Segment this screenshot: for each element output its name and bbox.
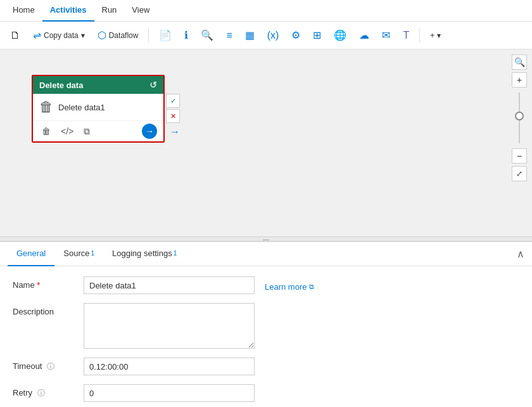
retry-info-icon: ⓘ — [37, 389, 45, 397]
activity-footer: 🗑 </> ⧉ → → — [33, 120, 163, 141]
timeout-label: Timeout ⓘ — [13, 358, 76, 372]
validate-button[interactable]: ✓ — [166, 94, 180, 108]
page-icon-btn[interactable]: 🗋 — [5, 27, 25, 44]
trash-footer-icon[interactable]: 🗑 — [39, 125, 53, 138]
page-icon: 🗋 — [10, 30, 20, 41]
external-link-icon: ⧉ — [309, 283, 314, 291]
zoom-slider-container — [519, 90, 520, 146]
tab-source-badge: 1 — [91, 250, 94, 257]
add-more-button[interactable]: + ▾ — [425, 29, 446, 42]
retry-label: Retry ⓘ — [13, 384, 76, 399]
panel-collapse-icon[interactable]: ∧ — [517, 248, 524, 260]
activity-body: 🗑 Delete data1 ✓ ✕ — [33, 94, 163, 120]
retry-input[interactable] — [84, 384, 255, 402]
tab-logging-label: Logging settings — [112, 249, 172, 258]
tb-icon-8[interactable]: ⊞ — [308, 27, 326, 44]
cloud-icon: ☁ — [359, 29, 369, 41]
settings-icon: ⚙ — [291, 29, 300, 41]
zoom-thumb[interactable] — [515, 112, 524, 120]
copy-data-icon: ⇌ — [33, 29, 41, 41]
zoom-in-button[interactable]: + — [512, 72, 527, 87]
copy-data-chevron-icon: ▾ — [81, 31, 85, 40]
tb-icon-7[interactable]: ⚙ — [286, 27, 305, 44]
description-label: Description — [13, 303, 76, 316]
learn-more-link[interactable]: Learn more ⧉ — [265, 282, 314, 292]
toolbar: 🗋 ⇌ Copy data ▾ ⬡ Dataflow 📄 ℹ 🔍 ≡ ▦ (x)… — [0, 22, 532, 49]
tb-icon-6[interactable]: (x) — [262, 27, 284, 44]
add-label: + — [430, 31, 434, 40]
description-row: Description — [13, 303, 519, 349]
activity-name-label: Delete data1 — [58, 103, 105, 112]
menu-run[interactable]: Run — [94, 0, 125, 22]
tab-source[interactable]: Source 1 — [54, 242, 103, 266]
tb-icon-10[interactable]: ☁ — [354, 27, 374, 44]
teams-icon: T — [403, 30, 409, 41]
columns-icon: ⊞ — [313, 29, 321, 41]
search-canvas-button[interactable]: 🔍 — [512, 55, 527, 70]
menu-bar: Home Activities Run View — [0, 0, 532, 22]
description-input[interactable] — [84, 303, 255, 349]
tb-icon-3[interactable]: 🔍 — [196, 27, 218, 44]
activity-undo-icon: ↺ — [149, 80, 157, 90]
code-icon[interactable]: </> — [58, 125, 76, 138]
toolbar-separator-1 — [148, 28, 149, 43]
dataflow-label: Dataflow — [109, 31, 139, 40]
add-chevron-icon: ▾ — [437, 31, 441, 40]
tabs-left: General Source 1 Logging settings 1 — [8, 242, 186, 266]
variable-icon: (x) — [267, 30, 279, 41]
name-row: Name * Learn more ⧉ — [13, 276, 519, 294]
tb-icon-5[interactable]: ▦ — [240, 27, 260, 44]
activity-node[interactable]: Delete data ↺ 🗑 Delete data1 ✓ ✕ 🗑 </> ⧉… — [32, 75, 165, 143]
email-icon: ✉ — [382, 29, 390, 41]
tb-icon-1[interactable]: 📄 — [154, 27, 177, 44]
activity-side-actions: ✓ ✕ — [166, 94, 180, 123]
name-input[interactable] — [84, 276, 255, 294]
tb-icon-12[interactable]: T — [398, 27, 414, 44]
fit-view-button[interactable]: ⤢ — [512, 166, 527, 181]
activity-header: Delete data ↺ — [33, 76, 163, 94]
timeout-input[interactable] — [84, 358, 255, 375]
canvas-zoom-controls: 🔍 + − ⤢ — [512, 55, 527, 181]
form-area: Name * Learn more ⧉ Description Timeout — [0, 266, 532, 407]
info-circle-icon: ℹ — [184, 29, 188, 41]
tab-source-label: Source — [63, 249, 89, 258]
tabs-row: General Source 1 Logging settings 1 ∧ — [0, 242, 532, 266]
tab-general[interactable]: General — [8, 242, 54, 266]
copy-icon[interactable]: ⧉ — [81, 125, 92, 138]
menu-view[interactable]: View — [124, 0, 157, 22]
zoom-track[interactable] — [519, 93, 520, 143]
zoom-out-button[interactable]: − — [512, 148, 527, 164]
tb-icon-11[interactable]: ✉ — [377, 27, 395, 44]
copy-data-label: Copy data — [44, 31, 79, 40]
timeout-info-icon: ⓘ — [47, 362, 54, 371]
dataflow-button[interactable]: ⬡ Dataflow — [92, 27, 144, 44]
activity-title: Delete data — [39, 81, 83, 90]
timeout-row: Timeout ⓘ — [13, 358, 519, 375]
retry-row: Retry ⓘ — [13, 384, 519, 402]
delete-icon: 🗑 — [39, 99, 53, 115]
learn-more-label: Learn more — [265, 282, 307, 292]
menu-home[interactable]: Home — [5, 0, 42, 22]
tb-icon-9[interactable]: 🌐 — [329, 27, 352, 44]
name-label: Name * — [13, 276, 76, 290]
toolbar-separator-2 — [419, 28, 420, 43]
name-required-star: * — [37, 280, 40, 290]
collapse-indicator: — — [263, 236, 269, 243]
copy-data-button[interactable]: ⇌ Copy data ▾ — [28, 27, 90, 44]
canvas-area: Delete data ↺ 🗑 Delete data1 ✓ ✕ 🗑 </> ⧉… — [0, 49, 532, 236]
bottom-panel: General Source 1 Logging settings 1 ∧ Na… — [0, 242, 532, 407]
list-icon: ≡ — [226, 30, 232, 41]
connect-right-icon[interactable]: → — [170, 126, 180, 138]
tab-logging-badge: 1 — [174, 250, 177, 257]
table-icon: ▦ — [245, 29, 255, 41]
go-button[interactable]: → — [142, 124, 157, 139]
menu-activities[interactable]: Activities — [42, 0, 94, 22]
globe-icon: 🌐 — [334, 29, 346, 41]
doc-icon: 📄 — [159, 29, 172, 41]
dataflow-icon: ⬡ — [98, 29, 106, 41]
collapse-bar[interactable]: — — [0, 236, 532, 242]
tb-icon-4[interactable]: ≡ — [221, 27, 237, 44]
tab-logging[interactable]: Logging settings 1 — [103, 242, 186, 266]
delete-activity-button[interactable]: ✕ — [166, 109, 180, 123]
tb-icon-2[interactable]: ℹ — [179, 27, 193, 44]
